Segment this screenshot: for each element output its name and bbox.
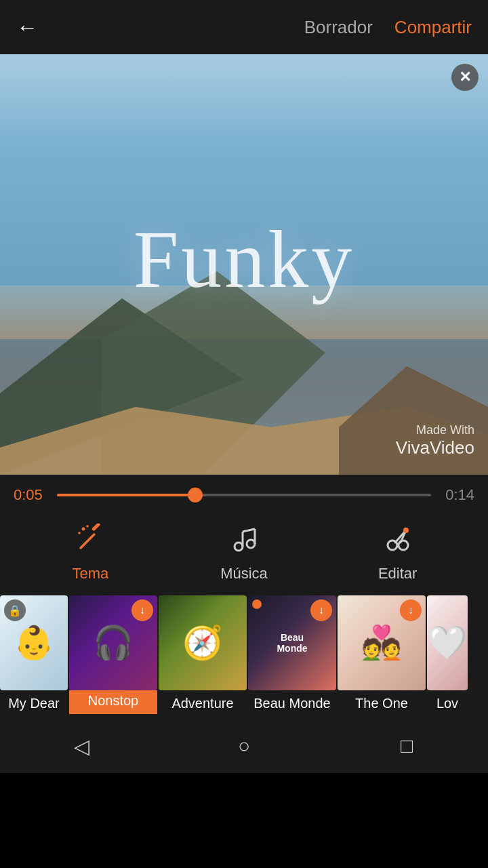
- tool-editar[interactable]: Editar: [321, 524, 474, 583]
- time-total: 0:14: [442, 486, 474, 504]
- theme-label-beaumonde: Beau Monde: [248, 693, 336, 714]
- compartir-button[interactable]: Compartir: [394, 17, 472, 38]
- svg-point-11: [247, 540, 255, 548]
- svg-rect-6: [92, 524, 100, 532]
- theme-label-mydear: My Dear: [0, 693, 68, 714]
- download-badge-beaumonde: ↓: [310, 599, 332, 621]
- svg-point-8: [79, 532, 81, 534]
- themes-strip: 🔒 👶 My Dear ↓ 🎧 Nonstop 🧭 Adventure ↓ Be…: [0, 590, 488, 719]
- theme-thumb-love: 🤍: [427, 595, 468, 690]
- scissors-icon: [383, 524, 413, 559]
- theme-beaumonde[interactable]: ↓ Beau Monde Beau Monde: [248, 595, 336, 714]
- close-watermark-button[interactable]: ✕: [451, 64, 479, 91]
- tool-bar: Tema Música Editar: [0, 515, 488, 590]
- theme-label-adventure: Adventure: [159, 693, 247, 714]
- svg-line-14: [243, 529, 255, 532]
- theme-theone[interactable]: ↓ 💑 The One: [338, 595, 426, 714]
- theme-adventure[interactable]: 🧭 Adventure: [159, 595, 247, 714]
- theme-love[interactable]: 🤍 Lov: [427, 595, 468, 714]
- theme-nonstop[interactable]: ↓ 🎧 Nonstop: [69, 595, 157, 714]
- download-badge-nonstop: ↓: [131, 599, 153, 621]
- top-bar: ← Borrador Compartir: [0, 0, 488, 54]
- theme-thumb-mydear: 🔒 👶: [0, 595, 68, 690]
- orange-dot-beaumonde: [252, 599, 262, 609]
- made-with-text: Made With: [396, 423, 474, 437]
- progress-track[interactable]: [57, 494, 431, 496]
- theme-thumb-nonstop: ↓ 🎧: [69, 595, 157, 690]
- brand-text: VivaVideo: [396, 437, 474, 458]
- theme-mydear[interactable]: 🔒 👶 My Dear: [0, 595, 68, 714]
- download-badge-theone: ↓: [400, 599, 422, 621]
- timeline-bar: 0:05 0:14: [0, 475, 488, 515]
- tool-musica[interactable]: Música: [167, 524, 321, 583]
- progress-thumb[interactable]: [188, 488, 203, 502]
- bottom-nav: ◁ ○ □: [0, 719, 488, 773]
- svg-point-9: [87, 525, 89, 528]
- nav-recent-button[interactable]: □: [390, 729, 424, 763]
- svg-point-10: [235, 542, 243, 551]
- theme-label-nonstop: Nonstop: [69, 690, 157, 711]
- tema-label: Tema: [72, 565, 108, 583]
- lock-icon-mydear: 🔒: [4, 599, 26, 621]
- back-button[interactable]: ←: [16, 15, 38, 40]
- theme-thumb-adventure: 🧭: [159, 595, 247, 690]
- progress-fill: [57, 494, 195, 496]
- svg-point-19: [403, 528, 409, 533]
- borrador-button[interactable]: Borrador: [304, 17, 373, 38]
- love-content: 🤍: [427, 595, 468, 690]
- video-preview: Funky ✕ Made With VivaVideo: [0, 54, 488, 475]
- theme-label-theone: The One: [338, 693, 426, 714]
- musica-label: Música: [220, 565, 268, 583]
- video-overlay-text: Funky: [134, 213, 355, 307]
- adventure-content: 🧭: [159, 595, 247, 690]
- svg-line-5: [81, 534, 94, 548]
- top-actions: Borrador Compartir: [304, 17, 472, 38]
- beaumonde-overlay-text: Beau Monde: [270, 632, 314, 654]
- music-icon: [229, 524, 259, 559]
- watermark: Made With VivaVideo: [396, 423, 474, 458]
- nav-home-button[interactable]: ○: [227, 729, 261, 763]
- tool-tema[interactable]: Tema: [14, 524, 167, 583]
- svg-point-7: [82, 527, 85, 530]
- wand-icon: [75, 524, 105, 559]
- time-current: 0:05: [14, 486, 46, 504]
- nav-back-button[interactable]: ◁: [64, 729, 98, 763]
- theme-label-love: Lov: [427, 693, 468, 714]
- theme-thumb-beaumonde: ↓ Beau Monde: [248, 595, 336, 690]
- theme-thumb-theone: ↓ 💑: [338, 595, 426, 690]
- editar-label: Editar: [378, 565, 417, 583]
